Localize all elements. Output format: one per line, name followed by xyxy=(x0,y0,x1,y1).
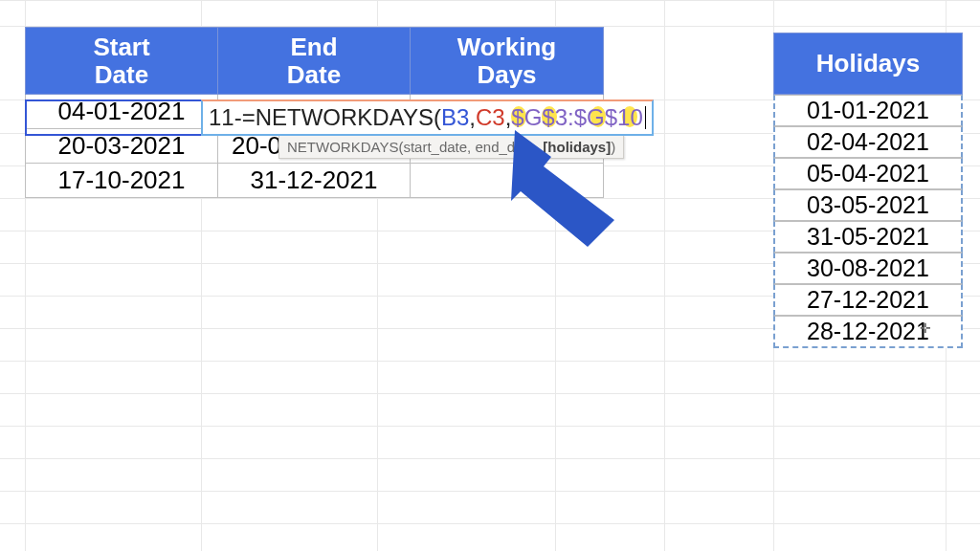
holiday-cell[interactable]: 02-04-2021 xyxy=(773,126,963,158)
holiday-cell[interactable]: 01-01-2021 xyxy=(773,95,963,126)
formula-ref-b3: B3 xyxy=(441,104,469,131)
holiday-cell[interactable]: 30-08-2021 xyxy=(773,253,963,284)
holiday-cell[interactable]: 31-05-2021 xyxy=(773,221,963,253)
cell-start[interactable]: 17-10-2021 xyxy=(26,164,218,198)
spreadsheet-canvas[interactable]: Start Date End Date Working Days 04-01-2… xyxy=(0,0,980,551)
cursor-crosshair-icon: ✛ xyxy=(920,320,931,336)
formula-function: =NETWORKDAYS( xyxy=(242,104,441,131)
table-row[interactable]: 28-12-2021 xyxy=(773,316,963,348)
annotation-arrow-icon xyxy=(496,124,630,249)
cell-start[interactable]: 20-03-2021 xyxy=(26,129,218,164)
svg-marker-0 xyxy=(511,130,614,247)
holiday-cell[interactable]: 27-12-2021 xyxy=(773,284,963,316)
holiday-cell[interactable]: 05-04-2021 xyxy=(773,158,963,189)
holidays-table[interactable]: Holidays 01-01-2021 02-04-2021 05-04-202… xyxy=(773,33,963,348)
header-end-date: End Date xyxy=(218,28,411,95)
header-working-days: Working Days xyxy=(411,28,604,95)
table-row[interactable]: 01-01-2021 xyxy=(773,95,963,126)
header-start-date: Start Date xyxy=(26,28,218,95)
formula-prefix: 11- xyxy=(209,104,242,131)
cell-end[interactable]: 31-12-2021 xyxy=(218,164,411,198)
holiday-cell[interactable]: 28-12-2021 xyxy=(773,316,963,348)
cell-start[interactable]: 04-01-2021 xyxy=(26,95,218,129)
text-caret xyxy=(645,106,646,129)
header-holidays: Holidays xyxy=(773,33,963,95)
table-row[interactable]: 02-04-2021 xyxy=(773,126,963,158)
table-row[interactable]: 27-12-2021 xyxy=(773,284,963,316)
table-row[interactable]: 03-05-2021 xyxy=(773,189,963,221)
table-row[interactable]: 31-05-2021 xyxy=(773,221,963,253)
holiday-cell[interactable]: 03-05-2021 xyxy=(773,189,963,221)
table-row[interactable]: 05-04-2021 xyxy=(773,158,963,189)
table-row[interactable]: 30-08-2021 xyxy=(773,253,963,284)
